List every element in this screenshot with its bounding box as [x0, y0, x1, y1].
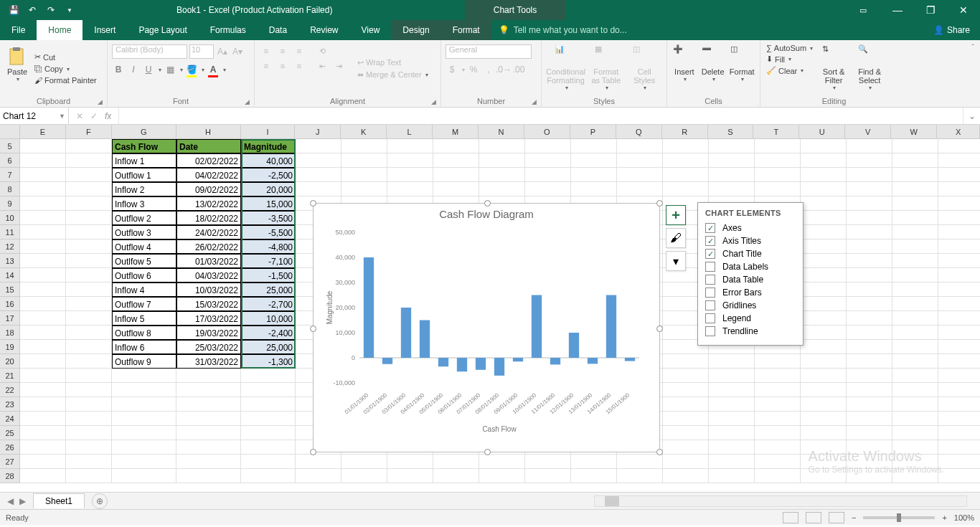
cell[interactable]	[479, 182, 525, 196]
cell[interactable]	[241, 440, 296, 455]
cell[interactable]	[617, 469, 663, 483]
cell[interactable]	[847, 239, 892, 254]
align-left-icon[interactable]: ≡	[259, 60, 273, 72]
cell[interactable]	[617, 182, 663, 196]
cell[interactable]	[241, 397, 296, 412]
row-header[interactable]: 18	[0, 326, 20, 340]
cell[interactable]	[387, 168, 433, 182]
cell[interactable]	[20, 182, 66, 196]
normal-view-icon[interactable]	[783, 512, 798, 523]
cell[interactable]	[341, 168, 387, 182]
cell[interactable]	[938, 168, 980, 182]
cell[interactable]	[66, 139, 112, 153]
bold-button[interactable]: B	[112, 63, 125, 76]
cell[interactable]	[112, 369, 176, 383]
cell[interactable]: 04/03/2022	[176, 268, 241, 283]
align-right-icon[interactable]: ≡	[292, 60, 306, 72]
cell[interactable]	[66, 440, 112, 455]
cell[interactable]	[709, 397, 755, 412]
cell[interactable]	[938, 239, 980, 254]
row-header[interactable]: 7	[0, 168, 20, 182]
row-header[interactable]: 5	[0, 139, 20, 153]
cell[interactable]	[66, 311, 112, 326]
fx-icon[interactable]: fx	[105, 111, 111, 121]
column-header[interactable]: Q	[616, 125, 662, 139]
cancel-formula-icon[interactable]: ✕	[76, 111, 83, 121]
cell[interactable]	[892, 268, 938, 283]
name-box-input[interactable]	[3, 111, 53, 121]
cell[interactable]: 26/02/2022	[176, 239, 241, 254]
row-header[interactable]: 19	[0, 340, 20, 354]
cell[interactable]	[663, 455, 709, 469]
cell[interactable]: -7,100	[241, 254, 296, 268]
cell[interactable]	[66, 254, 112, 268]
undo-icon[interactable]: ↶	[24, 2, 40, 18]
cell[interactable]	[663, 426, 709, 440]
cell[interactable]	[433, 139, 479, 153]
cell[interactable]	[66, 383, 112, 397]
cell[interactable]	[938, 225, 980, 239]
cell[interactable]	[938, 182, 980, 196]
cell[interactable]	[66, 239, 112, 254]
row-header[interactable]: 11	[0, 225, 20, 239]
column-header[interactable]: X	[937, 125, 980, 139]
cell[interactable]	[847, 182, 892, 196]
cell[interactable]	[801, 196, 847, 211]
checkbox-icon[interactable]	[705, 275, 715, 285]
checkbox-icon[interactable]	[705, 288, 715, 298]
column-header[interactable]: U	[799, 125, 845, 139]
cell[interactable]	[709, 168, 755, 182]
increase-decimal-icon[interactable]: .0→	[497, 63, 510, 76]
qat-customize-icon[interactable]: ▼	[62, 2, 77, 18]
accounting-icon[interactable]: $	[446, 63, 458, 76]
align-top-icon[interactable]: ≡	[259, 44, 273, 57]
cell[interactable]	[20, 239, 66, 254]
cell[interactable]	[892, 283, 938, 297]
cell[interactable]	[663, 440, 709, 455]
cell[interactable]	[755, 354, 801, 369]
column-header[interactable]: N	[479, 125, 524, 139]
row-header[interactable]: 12	[0, 239, 20, 254]
cell[interactable]	[20, 153, 66, 168]
cell[interactable]	[20, 383, 66, 397]
cell[interactable]	[892, 211, 938, 225]
cell[interactable]	[663, 369, 709, 383]
cell[interactable]: 17/03/2022	[176, 311, 241, 326]
row-header[interactable]: 8	[0, 182, 20, 196]
cell[interactable]	[755, 168, 801, 182]
cell[interactable]	[892, 168, 938, 182]
cell[interactable]	[433, 455, 479, 469]
cell[interactable]	[663, 383, 709, 397]
cell[interactable]	[938, 354, 980, 369]
cell[interactable]: 02/02/2022	[176, 153, 241, 168]
cell[interactable]	[938, 139, 980, 153]
cell[interactable]: Outflow 7	[112, 297, 176, 311]
cell[interactable]	[571, 153, 617, 168]
cell[interactable]	[938, 196, 980, 211]
cell[interactable]	[847, 340, 892, 354]
alignment-launcher-icon[interactable]: ◢	[431, 98, 436, 105]
cell[interactable]	[892, 397, 938, 412]
checkbox-icon[interactable]	[705, 326, 715, 336]
column-header[interactable]: I	[241, 125, 296, 139]
cell[interactable]	[938, 412, 980, 426]
cell[interactable]	[801, 153, 847, 168]
row-header[interactable]: 20	[0, 354, 20, 369]
cell[interactable]	[847, 297, 892, 311]
cell[interactable]	[479, 455, 525, 469]
cell[interactable]	[938, 311, 980, 326]
cell[interactable]	[755, 426, 801, 440]
cell[interactable]	[938, 268, 980, 283]
cell[interactable]	[801, 239, 847, 254]
orientation-icon[interactable]: ⟲	[315, 44, 329, 57]
cell[interactable]	[755, 369, 801, 383]
cell[interactable]	[525, 139, 571, 153]
borders-icon[interactable]: ▦	[164, 63, 176, 76]
cell[interactable]	[433, 168, 479, 182]
sheet-nav-next-icon[interactable]: ▶	[19, 496, 26, 506]
cell[interactable]	[176, 369, 241, 383]
cell[interactable]	[892, 354, 938, 369]
cell[interactable]	[525, 182, 571, 196]
cell[interactable]	[801, 225, 847, 239]
zoom-out-icon[interactable]: −	[852, 513, 856, 522]
